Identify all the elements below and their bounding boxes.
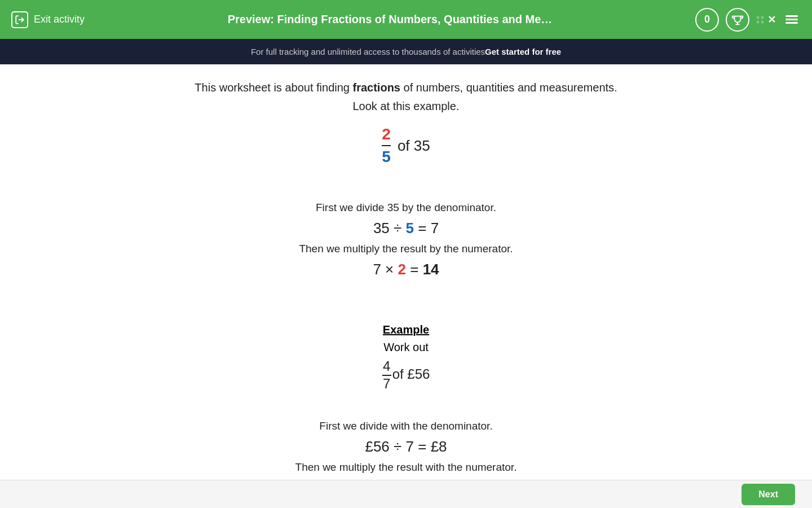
step2-math: 7 × 2 = 14 <box>164 261 648 278</box>
example-title: Example <box>164 323 648 336</box>
exit-activity-button[interactable]: Exit activity <box>11 11 85 28</box>
step2-result: 14 <box>423 261 439 278</box>
step2-red: 2 <box>398 261 406 278</box>
next-button[interactable]: Next <box>742 484 795 505</box>
step1-text: First we divide 35 by the denominator. <box>164 202 648 214</box>
main-content: This worksheet is about finding fraction… <box>152 64 660 508</box>
fraction-line <box>382 145 391 146</box>
score-badge: 0 <box>695 8 719 32</box>
menu-icon[interactable] <box>783 12 801 27</box>
step2-text: Then we multiply the result by the numer… <box>164 243 648 255</box>
banner-cta[interactable]: Get started for free <box>485 47 561 56</box>
ex-numerator: 4 <box>383 358 390 375</box>
ex-step2-text: Then we multiply the result with the num… <box>164 461 648 474</box>
fraction-denominator: 5 <box>382 147 391 167</box>
fraction-numerator: 2 <box>382 124 391 144</box>
intro-plain: This worksheet is about finding <box>195 81 352 94</box>
activity-title: Preview: Finding Fractions of Numbers, Q… <box>85 13 695 26</box>
svg-point-5 <box>757 20 760 23</box>
exit-label: Exit activity <box>34 14 85 25</box>
banner-text: For full tracking and unlimited access t… <box>251 47 485 56</box>
fraction-display: 2 5 of 35 <box>382 124 430 168</box>
ex-step1-text: First we divide with the denominator. <box>164 420 648 432</box>
close-x-icon: ✕ <box>767 14 776 26</box>
app-header: Exit activity Preview: Finding Fractions… <box>0 0 812 39</box>
fraction-of-text: of 35 <box>398 137 430 155</box>
example-section: Example Work out 4 7 of £56 First we div… <box>164 323 648 497</box>
svg-point-4 <box>761 16 764 19</box>
example-fraction: 4 7 <box>382 358 391 392</box>
dot-grid-icon <box>756 16 764 24</box>
svg-point-6 <box>761 20 764 23</box>
header-controls: 0 ✕ <box>695 8 801 32</box>
bottom-navigation-bar: Next <box>0 480 812 508</box>
promo-banner: For full tracking and unlimited access t… <box>0 39 812 64</box>
ex-step1-math: £56 ÷ 7 = £8 <box>164 438 648 456</box>
ex-of-text: of £56 <box>392 366 430 382</box>
step1-blue: 5 <box>406 220 414 237</box>
ex-denominator: 7 <box>383 376 390 392</box>
intro-rest: of numbers, quantities and measurements. <box>400 81 617 94</box>
example-fraction-display: 4 7 of £56 <box>164 358 648 392</box>
step1-math: 35 ÷ 5 = 7 <box>164 220 648 237</box>
trophy-button[interactable] <box>726 8 749 32</box>
intro-bold: fractions <box>353 81 400 94</box>
look-example-text: Look at this example. <box>164 100 648 113</box>
exit-icon <box>11 11 28 28</box>
intro-paragraph: This worksheet is about finding fraction… <box>164 81 648 94</box>
svg-point-3 <box>757 16 760 19</box>
fraction-2-5: 2 5 <box>382 124 391 168</box>
work-out-text: Work out <box>164 341 648 354</box>
